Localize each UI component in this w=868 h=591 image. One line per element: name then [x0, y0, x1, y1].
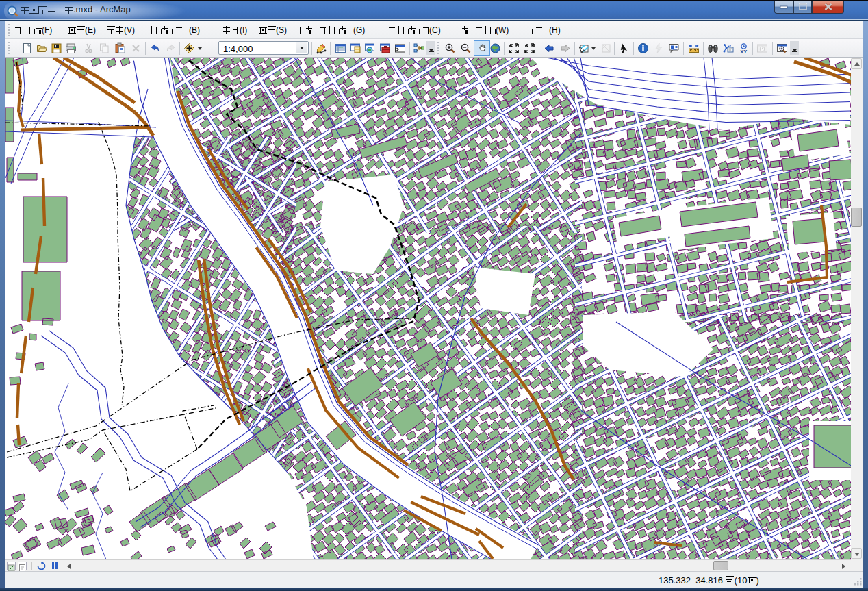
svg-text:XY: XY — [740, 49, 747, 55]
